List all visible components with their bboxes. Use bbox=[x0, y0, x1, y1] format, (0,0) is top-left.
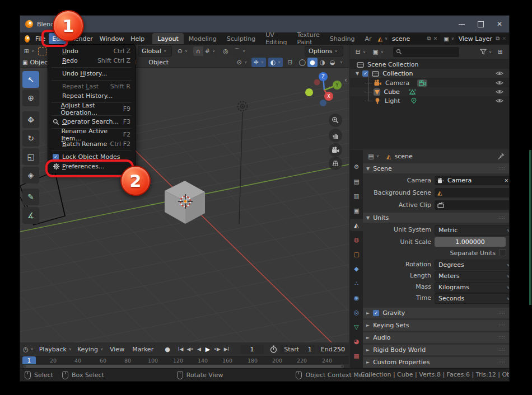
expand-arrow-icon[interactable]: ▼ bbox=[356, 71, 359, 76]
unit-system-select[interactable]: Metric∨ bbox=[435, 225, 509, 236]
app-menu-icon[interactable] bbox=[25, 35, 30, 43]
menu-window[interactable]: Window bbox=[96, 33, 127, 44]
sidebar-collapse-icon[interactable]: ‹ bbox=[344, 76, 347, 84]
shading-dropdown-icon[interactable]: ∨ bbox=[340, 60, 343, 64]
snap-magnet-icon[interactable]: ∩ bbox=[193, 46, 203, 56]
snap-target-button[interactable]: #∨ bbox=[203, 46, 217, 56]
start-frame-field[interactable]: Start 1 bbox=[280, 345, 315, 354]
panel-gravity[interactable]: ► ✓ Gravity ∷∷ bbox=[363, 308, 509, 318]
light-data-icon[interactable] bbox=[410, 97, 417, 105]
properties-tab-tool[interactable]: ⚙ bbox=[350, 161, 363, 173]
tool-cursor[interactable]: ⊕ bbox=[22, 90, 39, 106]
properties-tab-constraints[interactable]: ◎ bbox=[350, 306, 363, 318]
overlays-toggle[interactable]: ◐∨ bbox=[268, 58, 283, 67]
close-button[interactable]: ✕ bbox=[490, 16, 509, 32]
view-layer-browse-button[interactable]: ▣∨ bbox=[444, 36, 454, 42]
marker-menu[interactable]: Marker bbox=[132, 346, 153, 353]
properties-tab-object[interactable]: ▢ bbox=[350, 248, 363, 260]
pin-icon[interactable] bbox=[498, 153, 505, 159]
active-clip-field[interactable] bbox=[435, 200, 509, 210]
scene-name-field[interactable]: scene ⧉ ✕ bbox=[389, 34, 440, 44]
drag-dots-icon[interactable]: ∷∷ bbox=[499, 166, 506, 171]
new-collection-button[interactable]: ⊞ bbox=[494, 47, 506, 57]
tree-row-cube[interactable]: ▼ Cube bbox=[350, 87, 509, 96]
properties-tab-world[interactable]: ◍ bbox=[350, 233, 363, 246]
pivot-point-button[interactable]: ⊙∨ bbox=[175, 46, 190, 56]
minimize-button[interactable] bbox=[452, 16, 471, 32]
panel-audio[interactable]: ► Audio ∷∷ bbox=[363, 332, 509, 343]
properties-tab-view-layer[interactable]: ▣ bbox=[350, 204, 363, 217]
next-keyframe-button[interactable]: •▶ bbox=[212, 345, 222, 354]
current-frame-field[interactable]: 1 bbox=[240, 345, 264, 354]
filter-funnel-icon[interactable] bbox=[480, 49, 487, 55]
drag-dots-icon[interactable]: ∷∷ bbox=[499, 215, 506, 220]
properties-tab-output[interactable]: ▥ bbox=[350, 190, 363, 202]
properties-tab-scene[interactable]: ◭ bbox=[350, 219, 363, 231]
falloff-curve-button[interactable]: ⌒∨ bbox=[232, 46, 247, 56]
tool-rotate[interactable]: ↻ bbox=[22, 130, 39, 147]
gravity-checkbox[interactable]: ✓ bbox=[373, 310, 379, 316]
separate-units-checkbox[interactable] bbox=[499, 249, 506, 256]
clear-camera-icon[interactable]: ✕ bbox=[504, 178, 508, 184]
transform-orientation-dropdown[interactable]: Global∨ bbox=[138, 46, 172, 57]
timeline-ruler[interactable]: 1 20 40 60 80 100 120 140 160 180 200 22… bbox=[20, 356, 349, 364]
hide-eye-icon[interactable] bbox=[496, 70, 503, 76]
zoom-button[interactable] bbox=[329, 114, 342, 127]
jump-to-end-button[interactable]: ▶Ⅰ bbox=[222, 345, 231, 354]
tool-measure[interactable]: ∡ bbox=[22, 207, 39, 224]
menu-item-redo[interactable]: RedoShift Ctrl Z bbox=[48, 56, 135, 65]
panel-keying-sets[interactable]: ► Keying Sets ∷∷ bbox=[363, 320, 509, 331]
menu-item-adjust-last-operation[interactable]: Adjust Last Operation...F9 bbox=[48, 104, 135, 114]
shading-solid-button[interactable]: ● bbox=[307, 58, 318, 67]
camera-data-icon[interactable] bbox=[417, 79, 427, 87]
mass-select[interactable]: Kilograms∨ bbox=[435, 282, 509, 293]
tool-annotate[interactable]: ✎ bbox=[22, 189, 39, 205]
properties-tab-particles[interactable]: ∴ bbox=[350, 277, 363, 289]
hide-eye-icon[interactable] bbox=[496, 80, 503, 86]
prev-frame-button[interactable]: ◀ bbox=[195, 345, 203, 354]
properties-tab-modifiers[interactable]: ◆ bbox=[350, 262, 363, 275]
menu-help[interactable]: Help bbox=[127, 33, 148, 44]
drag-dots-icon[interactable]: ∷∷ bbox=[499, 347, 506, 352]
current-frame-marker[interactable]: 1 bbox=[22, 356, 36, 364]
workspace-tab-sculpting[interactable]: Sculpting bbox=[222, 33, 260, 44]
proportional-editing-icon[interactable]: ◎ bbox=[220, 46, 231, 56]
show-gizmo-toggle[interactable]: ⊙∨ bbox=[235, 58, 249, 67]
display-mode-button[interactable]: ⊟∨ bbox=[353, 47, 368, 57]
rotation-select[interactable]: Degrees∨ bbox=[435, 260, 509, 270]
properties-tab-texture[interactable]: ▦ bbox=[350, 350, 363, 362]
jump-to-start-button[interactable]: Ⅰ◀ bbox=[176, 345, 185, 354]
camera-view-button[interactable] bbox=[329, 143, 342, 157]
perspective-toggle-button[interactable] bbox=[329, 157, 342, 170]
workspace-tab-modeling[interactable]: Modeling bbox=[184, 33, 222, 44]
maximize-button[interactable] bbox=[471, 16, 490, 32]
filter-view-layer-button[interactable]: ▣∨ bbox=[371, 47, 385, 57]
panel-rigid-body-world[interactable]: ► Rigid Body World ∷∷ bbox=[363, 345, 509, 355]
prev-keyframe-button[interactable]: ◀• bbox=[185, 345, 195, 354]
new-view-layer-icon[interactable]: ⧉ bbox=[496, 35, 500, 42]
delete-scene-icon[interactable]: ✕ bbox=[433, 36, 438, 41]
playback-menu[interactable]: Playback∨ bbox=[39, 346, 72, 353]
tree-row-camera[interactable]: Camera bbox=[350, 78, 509, 87]
mesh-data-icon[interactable] bbox=[409, 89, 416, 95]
properties-tab-physics[interactable]: ◉ bbox=[350, 291, 363, 304]
tool-select-box[interactable]: ↖ bbox=[22, 71, 39, 88]
hide-eye-icon[interactable] bbox=[496, 98, 503, 104]
shading-material-button[interactable]: ◑ bbox=[318, 58, 328, 67]
navigation-gizmo[interactable]: Z Y X bbox=[303, 70, 348, 110]
properties-context-button[interactable]: ▤∨ bbox=[366, 152, 381, 161]
shading-rendered-button[interactable]: ◒ bbox=[328, 58, 338, 67]
play-button[interactable]: ▶ bbox=[203, 345, 212, 354]
menu-item-operator-search[interactable]: Operator Search...F3 bbox=[48, 117, 135, 126]
tree-row-collection[interactable]: ▼ ✓ Collection bbox=[350, 69, 509, 78]
background-scene-field[interactable]: ◭ bbox=[435, 188, 509, 198]
workspace-tab-shading[interactable]: Shading bbox=[325, 33, 360, 44]
properties-tab-render[interactable]: ▤ bbox=[350, 175, 363, 187]
keying-menu[interactable]: Keying∨ bbox=[77, 346, 103, 353]
xray-toggle[interactable]: ⊡ bbox=[285, 58, 295, 67]
drag-dots-icon[interactable]: ∷∷ bbox=[499, 311, 506, 316]
menu-item-undo-history[interactable]: Undo History... bbox=[48, 69, 135, 78]
scene-section-header[interactable]: ▼ Scene ∷∷ bbox=[363, 163, 509, 173]
properties-tab-material[interactable]: ◕ bbox=[350, 335, 363, 347]
view-menu[interactable]: View bbox=[110, 346, 124, 353]
